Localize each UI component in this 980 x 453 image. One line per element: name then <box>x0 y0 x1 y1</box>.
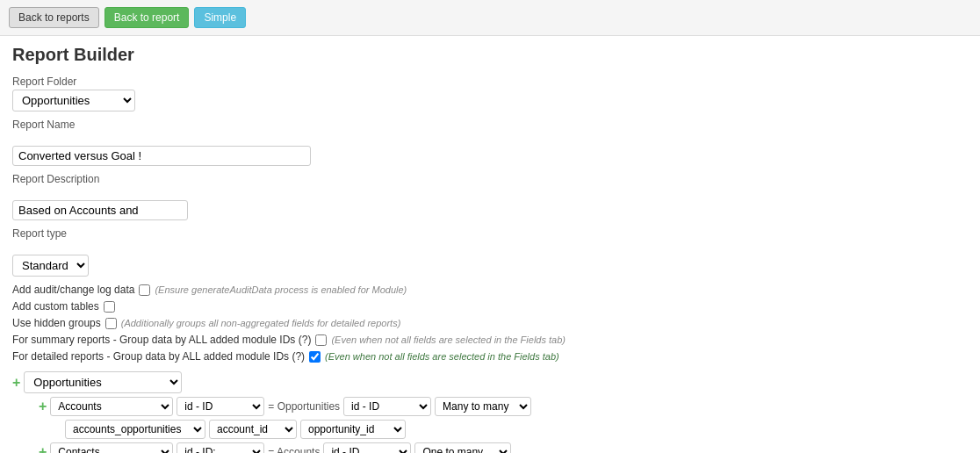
hidden-groups-checkbox[interactable] <box>105 318 117 329</box>
main-module-select[interactable]: Opportunities <box>24 371 182 393</box>
folder-select[interactable]: Opportunities <box>12 90 135 111</box>
accounts-add-icon[interactable]: + <box>39 399 47 414</box>
contacts-add-icon[interactable]: + <box>39 444 47 453</box>
detailed-group-row: For detailed reports - Group data by ALL… <box>12 350 968 363</box>
top-bar: Back to reports Back to report Simple <box>0 0 980 36</box>
summary-group-row: For summary reports - Group data by ALL … <box>12 334 968 346</box>
contacts-cardinality-select[interactable]: One to many <box>414 442 511 453</box>
audit-checkbox[interactable] <box>139 284 150 296</box>
join-table-select[interactable]: accounts_opportunities <box>65 420 205 439</box>
accounts-join-sub-row: accounts_opportunities account_id opport… <box>12 420 968 439</box>
contacts-module-select[interactable]: Contacts <box>50 442 173 453</box>
audit-note: (Ensure generateAuditData process is ena… <box>155 284 407 295</box>
type-row: Report type Standard <box>12 227 968 277</box>
accounts-id-right-select[interactable]: id - ID <box>343 397 431 416</box>
custom-tables-label: Add custom tables <box>12 300 99 313</box>
account-id-select[interactable]: account_id <box>209 420 297 439</box>
type-label: Report type <box>12 227 968 240</box>
accounts-cardinality-select[interactable]: Many to many <box>435 397 531 416</box>
type-select[interactable]: Standard <box>12 255 89 277</box>
contacts-id-right-select[interactable]: id - ID <box>323 442 411 453</box>
module-section: + Opportunities + Accounts id - ID = Opp… <box>12 371 968 453</box>
name-label: Report Name <box>12 119 968 131</box>
accounts-id-left-select[interactable]: id - ID <box>177 397 264 416</box>
opportunity-id-select[interactable]: opportunity_id <box>300 420 406 439</box>
main-module-row: + Opportunities <box>12 371 968 393</box>
main-content: Report Builder Report Folder Opportuniti… <box>0 36 980 453</box>
accounts-row: + Accounts id - ID = Opportunities id - … <box>12 397 968 416</box>
report-name-input[interactable] <box>12 146 311 166</box>
audit-label: Add audit/change log data <box>12 284 134 296</box>
hidden-groups-row: Use hidden groups (Additionally groups a… <box>12 317 968 329</box>
description-row: Report Description <box>12 173 968 220</box>
simple-button[interactable]: Simple <box>194 7 246 28</box>
summary-group-label: For summary reports - Group data by ALL … <box>12 334 311 346</box>
report-description-input[interactable] <box>12 200 188 220</box>
contacts-eq-label: = Accounts <box>268 446 320 453</box>
main-add-icon[interactable]: + <box>12 375 20 391</box>
accounts-eq-label: = Opportunities <box>268 400 340 413</box>
custom-tables-checkbox[interactable] <box>104 301 115 313</box>
detailed-group-checkbox[interactable] <box>309 351 321 363</box>
accounts-module-select[interactable]: Accounts <box>50 397 173 416</box>
contacts-id-left-select[interactable]: id - ID: <box>177 442 264 453</box>
summary-group-checkbox[interactable] <box>315 334 327 346</box>
detailed-group-label: For detailed reports - Group data by ALL… <box>12 350 305 363</box>
name-row: Report Name <box>12 119 968 166</box>
custom-tables-row: Add custom tables <box>12 300 968 313</box>
folder-label: Report Folder <box>12 76 968 88</box>
hidden-groups-note: (Additionally groups all non-aggregated … <box>121 318 401 328</box>
hidden-groups-label: Use hidden groups <box>12 317 101 329</box>
page-title: Report Builder <box>12 45 968 65</box>
back-to-report-button[interactable]: Back to report <box>104 7 190 28</box>
back-to-reports-button[interactable]: Back to reports <box>9 7 99 28</box>
description-label: Report Description <box>12 173 968 185</box>
folder-row: Report Folder Opportunities <box>12 76 968 111</box>
contacts-row: + Contacts id - ID: = Accounts id - ID O… <box>12 442 968 453</box>
summary-group-note: (Even when not all fields are selected i… <box>331 334 566 345</box>
audit-row: Add audit/change log data (Ensure genera… <box>12 284 968 296</box>
detailed-group-note: (Even when not all fields are selected i… <box>325 351 559 362</box>
